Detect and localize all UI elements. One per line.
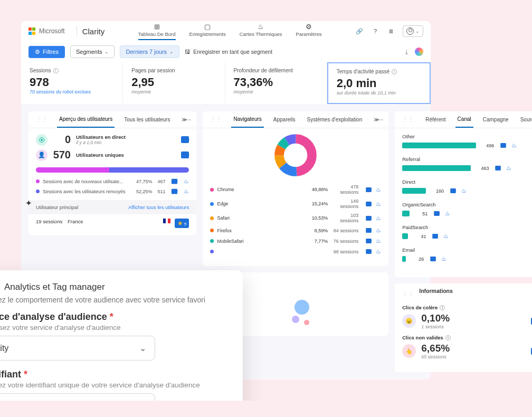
settings-icon: ⚙ bbox=[296, 23, 321, 31]
overlay-title: Analytics et Tag manager bbox=[4, 282, 105, 292]
kpi-active-time[interactable]: Temps d'activité passéi 2,0 min sur duré… bbox=[327, 62, 431, 104]
flame-icon[interactable]: ♨ bbox=[376, 186, 381, 193]
kpi-scroll[interactable]: Profondeur de défilement 73,36% moyenne bbox=[225, 62, 327, 104]
camera-icon[interactable] bbox=[181, 151, 189, 158]
rage-clicks-row: Clics de colèrei 😠 0,10%1 sessions bbox=[402, 305, 532, 329]
flame-icon[interactable]: ♨ bbox=[461, 187, 467, 194]
browser-row: Edge 15,24% 149 sessions ♨ bbox=[210, 198, 381, 209]
camera-icon[interactable] bbox=[366, 228, 372, 233]
camera-icon[interactable] bbox=[172, 189, 177, 194]
kpi-sessions[interactable]: Sessionsi 978 70 sessions du robot exclu… bbox=[21, 62, 122, 104]
camera-icon[interactable] bbox=[433, 234, 439, 239]
info-icon[interactable]: i bbox=[53, 68, 59, 73]
nav-recordings[interactable]: ▢Enregistrements bbox=[189, 23, 226, 40]
flame-icon[interactable]: ♨ bbox=[506, 165, 511, 172]
tab-source[interactable]: Source bbox=[518, 112, 532, 127]
channel-row: OrganicSearch 51 ♨ bbox=[402, 202, 532, 217]
flame-icon[interactable]: ♨ bbox=[443, 233, 449, 240]
tab-all-users[interactable]: Tous les utilisateurs bbox=[122, 112, 172, 127]
chevron-down-icon: ⌄ bbox=[169, 49, 174, 54]
camera-icon[interactable] bbox=[366, 215, 372, 220]
flame-icon[interactable]: ♨ bbox=[376, 227, 381, 234]
dashboard-icon: ⊞ bbox=[138, 23, 176, 31]
nav-settings[interactable]: ⚙Paramètres bbox=[296, 23, 321, 40]
users-overview-card: ⋮⋮ Aperçu des utilisateurs Tous les util… bbox=[28, 111, 196, 235]
camera-icon[interactable] bbox=[366, 187, 372, 192]
sessions-split-bar bbox=[36, 167, 189, 173]
camera-icon[interactable] bbox=[450, 188, 456, 193]
browser-row: Safari 10,53% 103 sessions ♨ bbox=[210, 213, 381, 223]
service-label: Service d'analyse d'audience * bbox=[0, 311, 230, 323]
flame-icon[interactable]: ♨ bbox=[184, 178, 189, 185]
channel-bar bbox=[402, 188, 426, 194]
service-select[interactable]: Clarity ⌄ bbox=[0, 336, 155, 361]
user-menu-button[interactable]: ⌄ bbox=[403, 25, 423, 37]
drag-handle-icon[interactable]: ⋮⋮ bbox=[402, 290, 414, 297]
flame-icon[interactable]: ♨ bbox=[376, 248, 381, 255]
view-button[interactable]: ★ 5 bbox=[175, 219, 189, 228]
show-all-users-link[interactable]: Afficher tous les utilisateurs bbox=[128, 204, 189, 210]
channels-card: ⋮⋮ Référent Canal Campagne Source ⋯ Othe… bbox=[395, 111, 532, 277]
camera-icon[interactable] bbox=[366, 201, 372, 206]
camera-icon[interactable] bbox=[172, 179, 177, 184]
analytics-settings-overlay: Analytics et Tag manager Analysez le com… bbox=[0, 270, 243, 401]
tab-channel[interactable]: Canal bbox=[455, 111, 473, 128]
nav-heatmaps[interactable]: ♨Cartes Thermiques bbox=[240, 23, 282, 40]
info-icon[interactable]: i bbox=[392, 69, 397, 74]
identifier-input[interactable] bbox=[0, 393, 155, 401]
drag-handle-icon[interactable]: ⋮⋮ bbox=[402, 116, 414, 123]
kpi-row: Sessionsi 978 70 sessions du robot exclu… bbox=[21, 62, 431, 104]
tab-devices[interactable]: Appareils bbox=[271, 112, 298, 127]
flame-icon[interactable]: ♨ bbox=[511, 142, 517, 149]
date-range-button[interactable]: Derniers 7 jours⌄ bbox=[120, 45, 179, 58]
camera-icon[interactable] bbox=[181, 136, 189, 143]
flame-icon[interactable]: ♨ bbox=[184, 188, 189, 195]
link-icon[interactable]: 🔗 bbox=[355, 27, 364, 35]
download-icon[interactable]: ⭳ bbox=[404, 49, 410, 55]
insights-card: ⋮⋮ Informations ⋯ Clics de colèrei 😠 0,1… bbox=[395, 283, 532, 372]
kpi-pages[interactable]: Pages par session 2,95 moyenne bbox=[123, 62, 224, 104]
legend-dot-icon bbox=[210, 188, 214, 192]
info-icon[interactable]: i bbox=[440, 305, 445, 310]
camera-icon[interactable] bbox=[496, 166, 501, 170]
document-icon[interactable]: 🗎 bbox=[387, 27, 395, 35]
chevron-down-icon: ⌄ bbox=[104, 49, 109, 54]
legend-dot-icon bbox=[210, 216, 214, 220]
channel-bar bbox=[402, 256, 406, 262]
flame-icon[interactable]: ♨ bbox=[376, 238, 381, 244]
dead-clicks-row: Clics non validesi 👆 6,65%65 sessions bbox=[402, 335, 532, 359]
drag-handle-icon[interactable]: ⋮⋮ bbox=[36, 116, 48, 123]
camera-icon[interactable] bbox=[366, 249, 372, 254]
info-icon[interactable]: i bbox=[445, 335, 451, 340]
tab-campaign[interactable]: Campagne bbox=[481, 112, 511, 127]
bubble-icon bbox=[294, 300, 309, 315]
flame-icon[interactable]: ♨ bbox=[376, 215, 381, 222]
tab-os[interactable]: Systèmes d'exploitation bbox=[305, 112, 365, 127]
top-user-row[interactable]: 19 sessions France ★ 5 bbox=[36, 214, 189, 228]
camera-icon[interactable] bbox=[366, 239, 372, 243]
copilot-icon[interactable] bbox=[415, 48, 423, 56]
legend-dot-icon bbox=[36, 179, 40, 183]
drag-handle-icon[interactable]: ⋮⋮ bbox=[210, 116, 222, 123]
tab-users-overview[interactable]: Aperçu des utilisateurs bbox=[57, 111, 115, 128]
flame-icon[interactable]: ♨ bbox=[376, 201, 381, 207]
camera-icon[interactable] bbox=[434, 211, 440, 216]
segments-button[interactable]: Segments⌄ bbox=[70, 45, 115, 58]
card-menu-icon[interactable]: ⋯ bbox=[376, 116, 383, 124]
filter-icon: ⚙ bbox=[35, 49, 40, 55]
filters-button[interactable]: ⚙Filtres bbox=[28, 46, 65, 58]
camera-icon[interactable] bbox=[431, 257, 436, 261]
flame-icon[interactable]: ♨ bbox=[441, 255, 446, 262]
camera-icon[interactable] bbox=[501, 143, 507, 148]
card-menu-icon[interactable]: ⋯ bbox=[184, 116, 191, 124]
tab-browsers[interactable]: Navigateurs bbox=[231, 111, 263, 128]
help-icon[interactable]: ? bbox=[371, 27, 379, 35]
flame-icon[interactable]: ♨ bbox=[445, 210, 450, 217]
bubble-icon bbox=[292, 316, 299, 323]
svg-point-0 bbox=[41, 139, 43, 141]
legend-dot-icon bbox=[210, 239, 214, 243]
save-segment-button[interactable]: 🖫Enregistrer en tant que segment bbox=[185, 49, 272, 55]
channel-row: PaidSearch 41 ♨ bbox=[402, 224, 532, 240]
tab-referrer[interactable]: Référent bbox=[423, 112, 448, 127]
nav-dashboard[interactable]: ⊞Tableau De Bord bbox=[138, 23, 176, 40]
